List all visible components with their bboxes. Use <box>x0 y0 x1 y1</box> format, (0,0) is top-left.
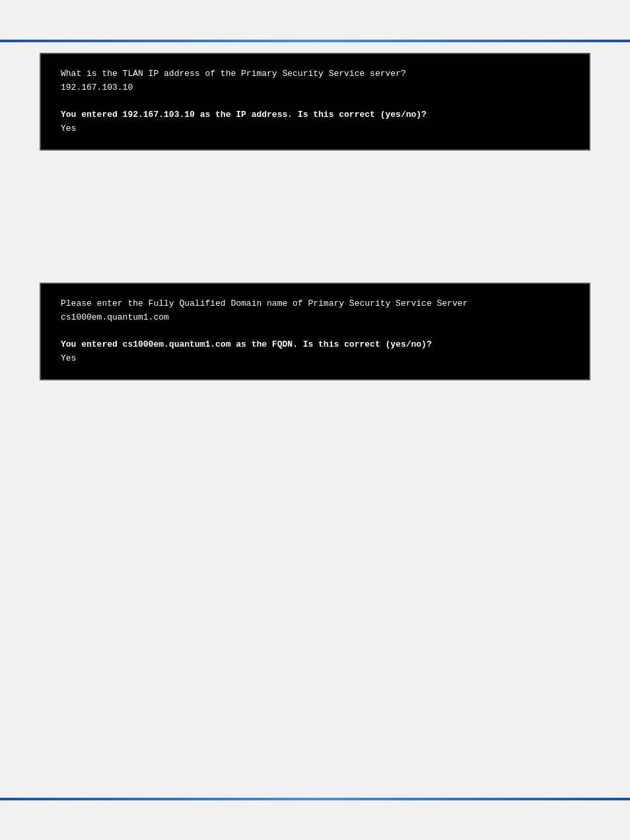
page-wrapper: What is the TLAN IP address of the Prima… <box>0 0 630 840</box>
terminal2-line5: Yes <box>61 352 569 366</box>
terminal1-line5: Yes <box>61 122 569 136</box>
terminal-box-1: What is the TLAN IP address of the Prima… <box>40 53 590 151</box>
content-area: What is the TLAN IP address of the Prima… <box>0 0 630 552</box>
terminal2-line2: cs1000em.quantum1.com <box>61 311 569 325</box>
top-divider <box>0 40 630 42</box>
terminal1-line2: 192.167.103.10 <box>61 81 569 95</box>
terminal1-line4: You entered 192.167.103.10 as the IP add… <box>61 108 569 122</box>
terminal2-line3 <box>61 325 569 339</box>
terminal2-line4: You entered cs1000em.quantum1.com as the… <box>61 338 569 352</box>
terminal-box-2: Please enter the Fully Qualified Domain … <box>40 283 590 380</box>
bottom-divider <box>0 798 630 800</box>
spacer-2 <box>40 394 590 499</box>
terminal2-line1: Please enter the Fully Qualified Domain … <box>61 297 569 311</box>
terminal1-line3 <box>61 95 569 109</box>
terminal1-line1: What is the TLAN IP address of the Prima… <box>61 67 569 81</box>
spacer-1 <box>40 164 590 283</box>
